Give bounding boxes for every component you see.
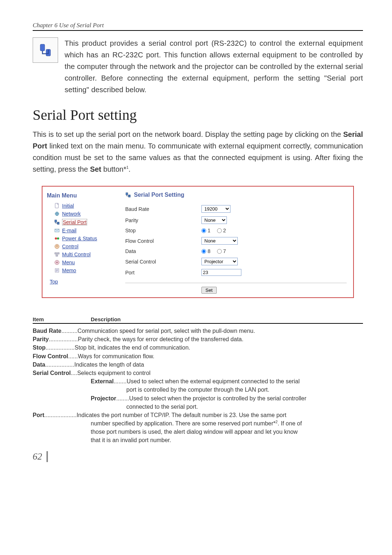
header-description: Description: [91, 316, 121, 322]
desc-row-flow: Flow Control ......Ways for communicatio…: [33, 352, 363, 360]
menu-item-serial-port[interactable]: Serial Port: [46, 218, 117, 227]
menu-item-top[interactable]: Top: [46, 274, 117, 285]
svg-point-7: [55, 237, 57, 240]
menu-link[interactable]: Menu: [62, 260, 75, 265]
stop-radio-1[interactable]: 1: [201, 228, 211, 233]
svg-rect-10: [55, 253, 57, 254]
svg-rect-16: [126, 193, 128, 195]
svg-rect-4: [55, 220, 57, 222]
desc-row-projector-cont: connected to the serial port.: [33, 403, 363, 411]
serial-port-section-icon: [33, 37, 58, 63]
port-input[interactable]: [201, 269, 241, 276]
page-number: 62: [33, 451, 48, 462]
desc-row-external: External ........Used to select when the…: [33, 377, 363, 385]
chapter-header: Chapter 6 Use of Serial Port: [33, 22, 363, 31]
baud-rate-select[interactable]: 19200: [201, 205, 230, 213]
menu-link[interactable]: Serial Port: [62, 219, 87, 225]
desc-row-external-cont: port is controlled by the computer throu…: [33, 385, 363, 394]
divider: [125, 283, 347, 283]
header-item: Item: [33, 316, 91, 322]
description-list: Baud Rate..........Communication speed f…: [33, 327, 363, 445]
serial-port-icon: [54, 219, 60, 225]
serial-control-select[interactable]: Projector: [201, 258, 238, 265]
menu-link[interactable]: Memo: [62, 268, 76, 273]
baud-rate-label: Baud Rate: [125, 206, 201, 212]
serial-port-settings: Serial Port Setting Baud Rate 19200 Pari…: [119, 187, 353, 297]
set-button[interactable]: Set: [201, 287, 217, 294]
parity-label: Parity: [125, 217, 201, 223]
section-title: Serial Port setting: [33, 106, 363, 123]
menu-link[interactable]: Power & Status: [62, 236, 97, 241]
svg-rect-11: [57, 253, 59, 254]
menu-item-power[interactable]: Power & Status: [46, 234, 117, 242]
svg-rect-12: [56, 255, 58, 256]
menu-item-initial[interactable]: Initial: [46, 202, 117, 210]
control-icon: [54, 244, 60, 249]
svg-point-14: [56, 262, 58, 263]
intro-section: This product provides a serial control p…: [33, 37, 363, 95]
multi-control-icon: [54, 252, 60, 257]
data-radio-7[interactable]: 7: [217, 248, 226, 254]
menu-link[interactable]: Multi Control: [62, 252, 91, 257]
email-icon: [54, 228, 60, 233]
menu-item-memo[interactable]: Memo: [46, 266, 117, 274]
desc-row-baud: Baud Rate..........Communication speed f…: [33, 327, 363, 335]
svg-rect-0: [40, 44, 45, 51]
desc-row-projector: Projector........Used to select when the…: [33, 394, 363, 403]
serial-control-label: Serial Control: [125, 259, 201, 265]
desc-row-port: Port....................Indicates the po…: [33, 411, 363, 419]
menu-link[interactable]: Network: [62, 211, 81, 217]
parity-select[interactable]: None: [201, 216, 227, 224]
menu-item-email[interactable]: E-mail: [46, 227, 117, 234]
network-icon: [54, 211, 60, 217]
desc-row-stop: Stop ..................Stop bit, indicat…: [33, 343, 363, 352]
data-label: Data: [125, 248, 201, 254]
menu-item-multi[interactable]: Multi Control: [46, 250, 117, 258]
data-radio-8[interactable]: 8: [201, 248, 211, 254]
serial-port-icon: [125, 192, 131, 198]
desc-row-data: Data ..................Indicates the len…: [33, 360, 363, 369]
menu-icon: [54, 260, 60, 265]
settings-title: Serial Port Setting: [134, 192, 184, 198]
menu-item-network[interactable]: Network: [46, 210, 117, 218]
main-menu: Main Menu Initial Network Serial Port E-…: [42, 187, 119, 297]
settings-panel: Main Menu Initial Network Serial Port E-…: [42, 186, 354, 298]
svg-rect-2: [55, 203, 58, 208]
desc-row-port-cont3: that it is an invalid port number.: [33, 436, 363, 444]
menu-link[interactable]: E-mail: [62, 228, 77, 233]
power-icon: [54, 236, 60, 241]
memo-icon: [54, 268, 60, 273]
stop-label: Stop: [125, 228, 201, 233]
menu-item-menu[interactable]: Menu: [46, 258, 117, 266]
intro-text: This product provides a serial control p…: [65, 37, 363, 95]
description-table-header: Item Description: [33, 316, 363, 324]
desc-row-parity: Parity..................Parity check, th…: [33, 335, 363, 343]
stop-radio-2[interactable]: 2: [217, 228, 226, 233]
svg-point-8: [57, 237, 59, 240]
desc-row-port-cont1: number specified by application. There a…: [33, 419, 363, 428]
menu-link[interactable]: Control: [62, 244, 78, 249]
desc-row-serial: Serial Control ....Selects equipment to …: [33, 369, 363, 377]
main-menu-title: Main Menu: [46, 191, 117, 202]
menu-item-control[interactable]: Control: [46, 242, 117, 250]
page-icon: [54, 203, 60, 209]
desc-row-port-cont2: those port numbers is used, the alert di…: [33, 428, 363, 436]
flow-control-select[interactable]: None: [201, 237, 238, 245]
section-explain: This is to set up the serial port on the…: [33, 128, 363, 175]
port-label: Port: [125, 270, 201, 276]
menu-link[interactable]: Initial: [62, 203, 74, 209]
menu-link[interactable]: Top: [50, 279, 58, 285]
flow-control-label: Flow Control: [125, 238, 201, 244]
